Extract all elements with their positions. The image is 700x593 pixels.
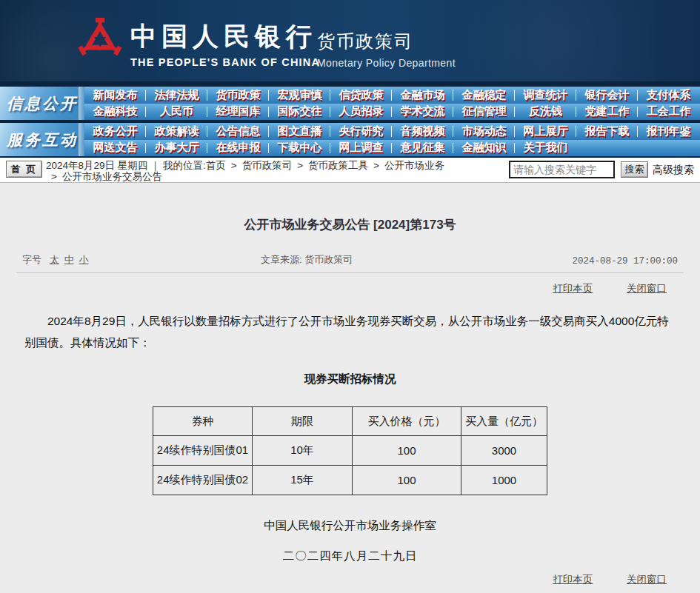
nav-item[interactable]: 支付体系 — [638, 87, 699, 104]
nav-item[interactable]: 调查统计 — [515, 87, 576, 104]
nav-item[interactable]: 网上调查 — [330, 140, 392, 157]
page-actions-bottom: 打印本页 关闭窗口 — [33, 573, 667, 586]
table-title: 现券买断招标情况 — [0, 372, 700, 387]
nav-row: 金融科技人民币经理国库国际交往人员招录学术交流征信管理反洗钱党建工作工会工作 — [84, 104, 700, 121]
nav-item[interactable]: 政务公开 — [84, 123, 146, 140]
table-header-cell: 买入量（亿元） — [461, 407, 547, 436]
department-title-block: 货币政策司 Monetary Policy Department — [317, 30, 456, 69]
page-title: 公开市场业务交易公告 [2024]第173号 — [0, 216, 700, 233]
department-name-cn: 货币政策司 — [317, 30, 456, 53]
article-meta-row: 字号 太中小 文章来源: 货币政策司 2024-08-29 17:00:00 — [16, 253, 684, 273]
breadcrumb-separator: > — [231, 160, 237, 171]
nav-item[interactable]: 意见征集 — [392, 140, 453, 157]
breadcrumb-item[interactable]: 公开市场业务交易公告 — [62, 171, 162, 182]
breadcrumb-prefix: 2024年8月29日 星期四 ｜ 我的位置:首页 — [46, 160, 226, 171]
breadcrumb: 2024年8月29日 星期四 ｜ 我的位置:首页>货币政策司>货币政策工具>公开… — [46, 160, 458, 182]
nav-item[interactable]: 在线申报 — [207, 140, 269, 157]
nav-item[interactable]: 学术交流 — [392, 104, 453, 121]
breadcrumb-separator: > — [51, 171, 57, 182]
page-actions-top: 打印本页 关闭窗口 — [33, 282, 667, 295]
nav-section: 信息公开新闻发布法律法规货币政策宏观审慎信贷政策金融市场金融稳定调查统计银行会计… — [0, 87, 700, 120]
site-header: 中国人民银行 THE PEOPLE'S BANK OF CHINA 货币政策司 … — [0, 0, 700, 81]
nav-item[interactable]: 新闻发布 — [84, 87, 146, 104]
nav-item[interactable]: 图文直播 — [269, 123, 330, 140]
table-cell: 24续作特别国债02 — [153, 466, 253, 495]
table-cell: 100 — [353, 466, 461, 495]
print-link[interactable]: 打印本页 — [553, 574, 593, 585]
nav-item[interactable]: 银行会计 — [576, 87, 638, 104]
advanced-search-link[interactable]: 高级搜索 — [653, 164, 694, 177]
nav-item[interactable]: 经理国库 — [207, 104, 269, 121]
nav-item[interactable]: 金融稳定 — [453, 87, 515, 104]
nav-item[interactable]: 国际交往 — [269, 104, 330, 121]
nav-item[interactable]: 人民币 — [146, 104, 207, 121]
font-size-option[interactable]: 小 — [79, 254, 89, 265]
nav-item[interactable]: 金融知识 — [453, 140, 515, 157]
nav-item[interactable]: 金融科技 — [84, 104, 146, 121]
nav-item[interactable]: 网送文告 — [84, 140, 146, 157]
table-cell: 10年 — [253, 436, 353, 466]
article-datetime: 2024-08-29 17:00:00 — [572, 256, 678, 267]
table-cell: 3000 — [461, 436, 547, 466]
breadcrumb-item[interactable]: 货币政策司 — [242, 160, 293, 171]
nav-item[interactable]: 市场动态 — [453, 123, 515, 140]
table-header-cell: 券种 — [153, 407, 253, 436]
nav-item[interactable]: 关于我们 — [515, 140, 576, 157]
nav-item[interactable]: 工会工作 — [638, 104, 699, 121]
home-button[interactable]: 首 页 — [6, 161, 42, 178]
nav-row: 网送文告办事大厅在线申报下载中心网上调查意见征集金融知识关于我们 — [84, 140, 700, 157]
article-paragraph: 2024年8月29日，人民银行以数量招标方式进行了公开市场业务现券买断交易，从公… — [24, 310, 676, 353]
nav-item[interactable]: 人员招录 — [330, 104, 392, 121]
font-size-label: 字号 — [22, 254, 41, 265]
bond-auction-table: 券种期限买入价格（元）买入量（亿元）24续作特别国债0110年100300024… — [153, 406, 547, 495]
source-value: 货币政策司 — [304, 254, 353, 265]
article-content: 公开市场业务交易公告 [2024]第173号 字号 太中小 文章来源: 货币政策… — [0, 183, 700, 593]
font-size-control: 字号 太中小 — [22, 253, 261, 267]
nav-top-strip — [0, 81, 700, 87]
nav-item[interactable]: 报告下载 — [576, 123, 638, 140]
nav-section-label: 信息公开 — [0, 87, 84, 120]
table-cell: 1000 — [461, 466, 547, 495]
bank-name-cn: 中国人民银行 — [130, 19, 320, 54]
nav-item[interactable]: 征信管理 — [453, 104, 515, 121]
nav-item[interactable]: 货币政策 — [207, 87, 269, 104]
nav-item[interactable]: 办事大厅 — [146, 140, 207, 157]
search-button[interactable]: 搜索 — [621, 161, 648, 178]
nav-item[interactable]: 网上展厅 — [515, 123, 576, 140]
close-link[interactable]: 关闭窗口 — [627, 283, 667, 294]
nav-row: 政务公开政策解读公告信息图文直播央行研究音频视频市场动态网上展厅报告下载报刊年鉴 — [84, 123, 700, 140]
bank-title-block: 中国人民银行 THE PEOPLE'S BANK OF CHINA — [130, 19, 320, 68]
nav-item[interactable]: 反洗钱 — [515, 104, 576, 121]
breadcrumb-item[interactable]: 货币政策工具 — [308, 160, 368, 171]
table-cell: 100 — [353, 436, 461, 466]
nav-item[interactable]: 法律法规 — [146, 87, 207, 104]
breadcrumb-separator: > — [297, 160, 303, 171]
nav-section: 服务互动政务公开政策解读公告信息图文直播央行研究音频视频市场动态网上展厅报告下载… — [0, 123, 700, 156]
table-cell: 24续作特别国债01 — [153, 436, 253, 466]
nav-item[interactable]: 金融市场 — [392, 87, 453, 104]
nav-item[interactable]: 信贷政策 — [330, 87, 392, 104]
nav-row: 新闻发布法律法规货币政策宏观审慎信贷政策金融市场金融稳定调查统计银行会计支付体系 — [84, 87, 700, 104]
article-source: 文章来源: 货币政策司 — [261, 253, 572, 267]
nav-item[interactable]: 宏观审慎 — [269, 87, 330, 104]
nav-section-label: 服务互动 — [0, 123, 84, 156]
department-name-en: Monetary Policy Department — [317, 57, 456, 69]
breadcrumb-item[interactable]: 公开市场业务 — [384, 160, 444, 171]
nav-item[interactable]: 公告信息 — [207, 123, 269, 140]
nav-item[interactable]: 央行研究 — [330, 123, 392, 140]
nav-item[interactable]: 下载中心 — [269, 140, 330, 157]
nav-item[interactable]: 政策解读 — [146, 123, 207, 140]
source-label: 文章来源: — [261, 254, 302, 265]
table-row: 24续作特别国债0110年1003000 — [153, 436, 547, 466]
breadcrumb-separator: > — [373, 160, 379, 171]
breadcrumb-bar: 首 页 2024年8月29日 星期四 ｜ 我的位置:首页>货币政策司>货币政策工… — [0, 158, 700, 183]
pboc-logo-icon — [77, 16, 123, 69]
close-link[interactable]: 关闭窗口 — [627, 574, 667, 585]
print-link[interactable]: 打印本页 — [553, 283, 593, 294]
font-size-option[interactable]: 太 — [50, 254, 59, 265]
search-input[interactable] — [509, 161, 615, 178]
nav-item[interactable]: 报刊年鉴 — [638, 123, 699, 140]
font-size-option[interactable]: 中 — [64, 254, 74, 265]
nav-item[interactable]: 党建工作 — [576, 104, 638, 121]
nav-item[interactable]: 音频视频 — [392, 123, 453, 140]
